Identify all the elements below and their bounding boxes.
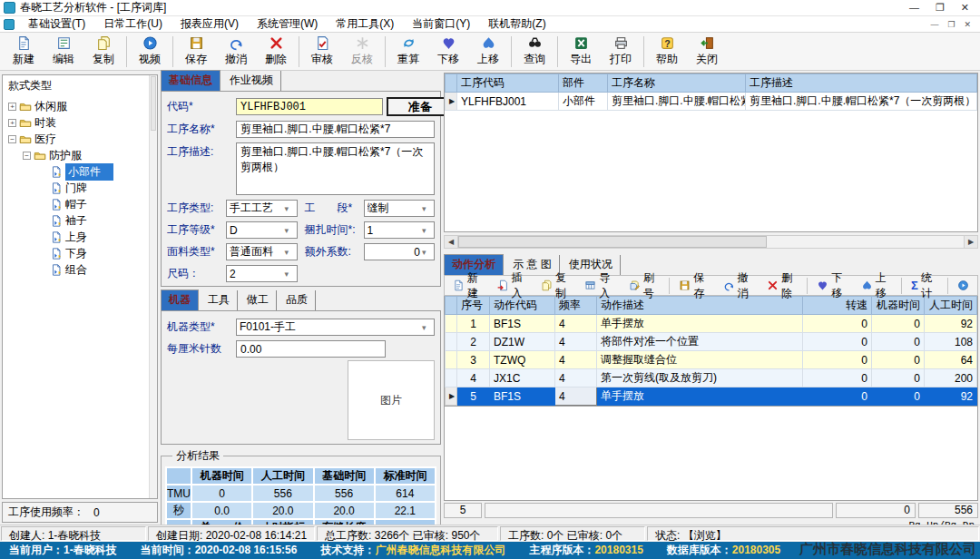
expander-icon[interactable]: + xyxy=(8,103,16,111)
size-select[interactable]: 2▾ xyxy=(226,265,298,282)
row-marker-icon: ▶ xyxy=(446,93,457,111)
col-part[interactable]: 部件 xyxy=(559,74,608,93)
tree-node-protective[interactable]: −防护服 xyxy=(3,147,157,163)
action-row[interactable]: 4JX1C4第一次剪线(取及放剪刀)00200 xyxy=(446,369,977,387)
tab-quality[interactable]: 品质 xyxy=(279,290,316,310)
tree-node-hat[interactable]: ·帽子 xyxy=(3,196,157,212)
scroll-left-icon[interactable]: ◀ xyxy=(445,236,458,248)
bundle-time-label: 捆扎时间*: xyxy=(305,222,361,238)
tab-work-video[interactable]: 作业视频 xyxy=(222,71,281,91)
code-input[interactable] xyxy=(236,98,383,115)
new-button[interactable]: 新建 xyxy=(4,34,44,70)
move-down-button[interactable]: 下移 xyxy=(428,34,468,70)
move-up-button[interactable]: 上移 xyxy=(468,34,508,70)
process-type-select[interactable]: 手工工艺▾ xyxy=(226,200,298,217)
process-desc-textarea[interactable]: 剪里袖口.脚口.中腰.帽口松紧*7（一次剪两根） xyxy=(236,142,435,195)
undo-icon xyxy=(723,280,735,291)
tree-node-medical[interactable]: −医疗 xyxy=(3,131,157,147)
action-play-button[interactable] xyxy=(952,278,975,293)
chevron-down-icon: ▾ xyxy=(422,248,431,257)
col-process-desc[interactable]: 工序描述 xyxy=(746,74,977,93)
recalc-button[interactable]: 重算 xyxy=(388,34,428,70)
tree-node-fashion[interactable]: +时装 xyxy=(3,114,157,131)
col-machine-time[interactable]: 机器时间 xyxy=(872,297,925,315)
tree-node-small-parts[interactable]: ·小部件 xyxy=(3,163,157,180)
delete-button[interactable]: 删除 xyxy=(256,34,296,70)
tree-node-sleeve[interactable]: ·袖子 xyxy=(3,212,157,229)
action-undo-button[interactable]: 撤消 xyxy=(718,269,760,303)
save-icon xyxy=(189,35,204,51)
action-row[interactable]: 3TZWQ4调整握取缝合位0064 xyxy=(446,351,977,369)
tree-node-upper-body[interactable]: ·上身 xyxy=(3,229,157,245)
tree-node-lower-body[interactable]: ·下身 xyxy=(3,245,157,261)
scrollbar-thumb[interactable] xyxy=(458,236,767,248)
horizontal-scrollbar[interactable]: ◀ ▶ xyxy=(444,235,978,249)
page-icon xyxy=(50,214,63,227)
query-button[interactable]: 查询 xyxy=(514,34,554,70)
close-button[interactable]: ✕ xyxy=(961,2,969,14)
menu-help[interactable]: 联机帮助(Z) xyxy=(479,15,554,33)
tab-tool[interactable]: 工具 xyxy=(201,290,238,310)
page-icon xyxy=(50,198,63,211)
tree-header: 款式类型 xyxy=(3,75,157,97)
tree-node-leisure[interactable]: +休闲服 xyxy=(3,98,157,114)
mdi-minimize-button[interactable]: — xyxy=(930,20,938,29)
help-button[interactable]: 帮助 xyxy=(647,34,687,70)
export-button[interactable]: 导出 xyxy=(561,34,601,70)
edit-button[interactable]: 编辑 xyxy=(44,34,83,70)
table-row[interactable]: ▶ YLFHFBJ001 小部件 剪里袖口.脚口.中腰.帽口松紧*7 剪里袖口.… xyxy=(446,93,977,111)
tab-workmanship[interactable]: 做工 xyxy=(240,290,277,310)
process-name-input[interactable] xyxy=(236,121,435,138)
minimize-button[interactable]: — xyxy=(909,2,919,14)
menu-base-settings[interactable]: 基础设置(T) xyxy=(19,15,94,33)
mdi-close-button[interactable]: ✕ xyxy=(964,20,971,29)
col-process-name[interactable]: 工序名称 xyxy=(608,74,746,93)
status-creator: 创建人: 1-春晓科技 xyxy=(1,526,146,541)
menu-system[interactable]: 系统管理(W) xyxy=(248,15,327,33)
menu-daily-work[interactable]: 日常工作(U) xyxy=(94,15,172,33)
close-window-button[interactable]: 关闭 xyxy=(687,34,727,70)
col-process-code[interactable]: 工序代码 xyxy=(457,74,559,93)
action-delete-button[interactable]: 删除 xyxy=(761,269,803,303)
scroll-right-icon[interactable]: ▶ xyxy=(964,236,977,248)
mdi-restore-button[interactable]: ❐ xyxy=(947,20,955,29)
expander-icon[interactable]: + xyxy=(8,119,16,127)
save-button[interactable]: 保存 xyxy=(176,34,216,70)
tree-scrollbar[interactable] xyxy=(149,75,157,498)
grade-select[interactable]: D▾ xyxy=(226,221,298,239)
copy-button[interactable]: 复制 xyxy=(83,34,123,70)
audit-button[interactable]: 审核 xyxy=(302,34,342,70)
print-button[interactable]: 打印 xyxy=(601,34,641,70)
tree-node-doorplate[interactable]: ·门牌 xyxy=(3,180,157,196)
undo-button[interactable]: 撤消 xyxy=(216,34,256,70)
action-row[interactable]: 2DZ1W4将部件对准一个位置00108 xyxy=(446,333,977,351)
summary-count: 5 xyxy=(444,503,482,518)
tab-machine[interactable]: 机器 xyxy=(161,289,199,310)
chevron-down-icon: ▾ xyxy=(285,204,294,213)
tree-node-combo[interactable]: ·组合 xyxy=(3,261,157,278)
menu-reports[interactable]: 报表应用(V) xyxy=(172,15,248,33)
new-doc-icon xyxy=(453,280,465,291)
restore-button[interactable]: ❐ xyxy=(936,2,945,14)
action-row[interactable]: 1BF1S4单手摆放0092 xyxy=(446,315,977,333)
row-marker-icon: ▶ xyxy=(446,387,457,406)
video-button[interactable]: 视频 xyxy=(130,34,170,70)
action-save-button[interactable]: 保存 xyxy=(673,269,715,303)
delete-icon xyxy=(767,280,779,291)
stitch-count-input[interactable] xyxy=(236,340,386,358)
bundle-time-select[interactable]: 1▾ xyxy=(364,221,436,239)
page-icon xyxy=(50,181,63,194)
menu-tools[interactable]: 常用工具(X) xyxy=(327,15,403,33)
stage-select[interactable]: 缝制▾ xyxy=(364,200,436,217)
tab-basic-info[interactable]: 基础信息 xyxy=(161,70,220,91)
expander-icon[interactable]: − xyxy=(8,135,16,143)
db-version: 数据库版本：20180305 xyxy=(667,543,780,558)
expander-icon[interactable]: − xyxy=(23,152,31,160)
menu-current-window[interactable]: 当前窗口(Y) xyxy=(403,15,479,33)
fabric-type-select[interactable]: 普通面料▾ xyxy=(226,243,298,260)
machine-type-select[interactable]: F0101-手工▾ xyxy=(236,319,435,336)
renumber-icon xyxy=(629,280,641,291)
col-labor-time[interactable]: 人工时间 xyxy=(925,297,977,315)
extra-factor-select[interactable]: 0▾ xyxy=(364,243,436,260)
action-row-selected[interactable]: ▶ 5BF1S4单手摆放0092 xyxy=(446,387,977,406)
